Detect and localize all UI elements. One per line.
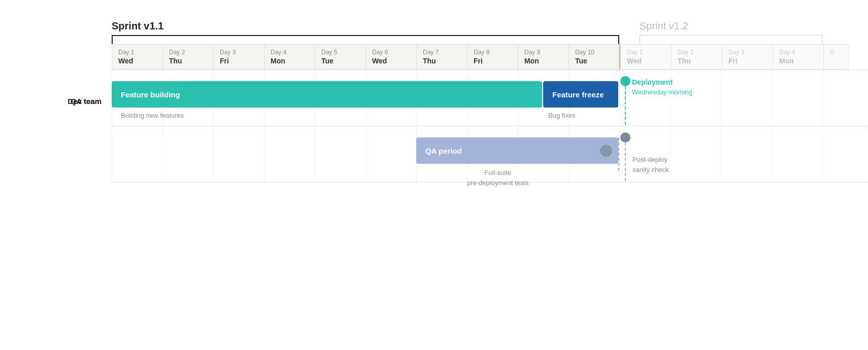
- feature-freeze-bar: Feature freeze: [543, 81, 618, 108]
- day-cell-10: Day 10Tue: [569, 44, 619, 69]
- sprint-v11-label: Sprint v1.1: [112, 20, 163, 31]
- day-cell-v12-2: Day 2Thu: [671, 44, 722, 69]
- sprint-v12-bracket: [640, 35, 822, 44]
- annotation-fullsuite: Full-suitepre-deployment tests: [467, 168, 528, 188]
- day-cell-2: Day 2Thu: [162, 44, 213, 69]
- day-cell-5: Day 5Tue: [315, 44, 365, 69]
- annotation-building: Building new features: [121, 112, 184, 119]
- deployment-label: Deployment: [632, 78, 673, 86]
- day-cell-4: Day 4Mon: [264, 44, 315, 69]
- day-cell-v12-partial: D: [823, 44, 849, 69]
- deployment-milestone: [620, 76, 630, 125]
- day-cell-6: Day 6Wed: [365, 44, 416, 69]
- days-header: Day 1WedDay 2ThuDay 3FriDay 4MonDay 5Tue…: [112, 44, 868, 69]
- qa-milestone-line: [618, 137, 619, 171]
- qa-team-label: QA team: [71, 97, 102, 106]
- day-cell-v12-1: Day 1Wed: [620, 44, 671, 69]
- qa-period-bar: QA period: [416, 137, 618, 164]
- deployment-sublabel: Wednesday morning: [632, 88, 692, 96]
- day-cell-v12-3: Day 3Fri: [722, 44, 773, 69]
- day-cell-9: Day 9Mon: [518, 44, 569, 69]
- day-cell-8: Day 8Fri: [467, 44, 518, 69]
- day-cell-1: Day 1Wed: [112, 44, 162, 69]
- postdeploy-milestone: [620, 132, 630, 181]
- sprint-v12-label: Sprint v1.2: [640, 20, 688, 31]
- qa-team-row: QA team QA period: [112, 126, 868, 183]
- dev-team-row: Dev team Feature building: [112, 69, 868, 126]
- annotation-bugfixes: Bug fixes: [548, 112, 575, 119]
- sprint-v11-bracket: [112, 35, 619, 44]
- day-cell-3: Day 3Fri: [213, 44, 264, 69]
- team-rows: Dev team Feature building: [112, 69, 868, 183]
- day-cell-v12-4: Day 4Mon: [773, 44, 823, 69]
- postdeploy-label: Post-deploysanity check: [632, 155, 669, 174]
- feature-building-bar: Feature building: [112, 81, 542, 108]
- day-cell-7: Day 7Thu: [416, 44, 467, 69]
